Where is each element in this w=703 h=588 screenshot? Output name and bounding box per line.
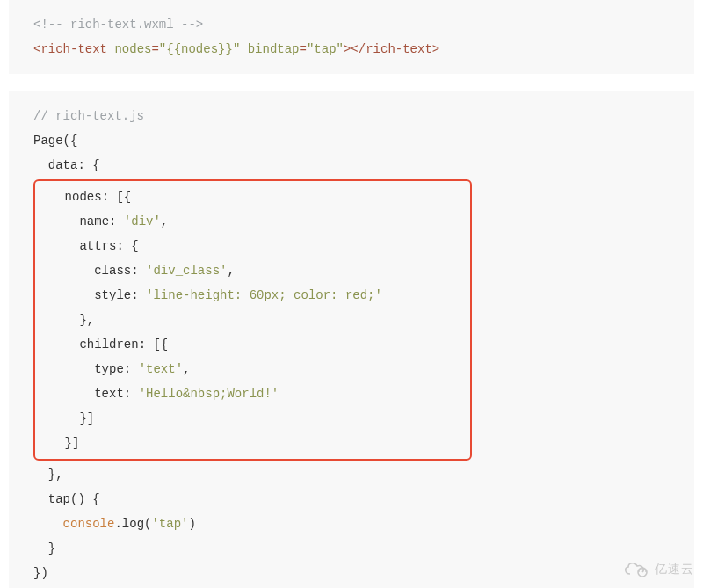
code-block-wxml: <!-- rich-text.wxml --> <rich-text nodes… bbox=[9, 0, 694, 74]
text-val: 'Hello&nbsp;World!' bbox=[139, 387, 279, 401]
attr-nodes-name: nodes bbox=[114, 42, 151, 56]
close-open: </ bbox=[351, 42, 366, 56]
page-fn: Page bbox=[33, 134, 63, 148]
style-val: 'line-height: 60px; color: red;' bbox=[146, 288, 382, 302]
watermark-text: 亿速云 bbox=[655, 556, 694, 581]
text-key: text bbox=[94, 387, 124, 401]
js-comment: // rich-text.js bbox=[33, 109, 144, 123]
attr-bindtap-name: bindtap bbox=[248, 42, 300, 56]
tap-fn: tap bbox=[33, 492, 70, 506]
block-gap bbox=[9, 74, 694, 91]
name-val: 'div' bbox=[124, 214, 161, 229]
name-key: name bbox=[79, 214, 109, 229]
class-key: class bbox=[94, 264, 131, 278]
console-obj: console bbox=[63, 517, 115, 531]
class-val: 'div_class' bbox=[146, 264, 227, 278]
code-block-js: // rich-text.js Page({ data: { nodes: [{… bbox=[9, 91, 694, 588]
close-gt: > bbox=[432, 42, 439, 56]
tap-str: 'tap' bbox=[151, 517, 188, 531]
data-key: data bbox=[33, 158, 77, 172]
attr-bindtap-value: "tap" bbox=[307, 42, 344, 56]
wxml-comment: <!-- rich-text.wxml --> bbox=[33, 18, 203, 32]
highlight-frame: nodes: [{ name: 'div', attrs: { class: '… bbox=[33, 179, 472, 461]
attrs-key: attrs bbox=[79, 239, 116, 253]
wxml-tag-line: <rich-text bbox=[33, 42, 107, 56]
type-val: 'text' bbox=[139, 362, 183, 376]
eq: = bbox=[151, 42, 158, 56]
nodes-key: nodes bbox=[65, 190, 102, 204]
children-key: children bbox=[79, 338, 138, 352]
eq2: = bbox=[300, 42, 307, 56]
type-key: type bbox=[94, 362, 124, 376]
page-root: <!-- rich-text.wxml --> <rich-text nodes… bbox=[0, 0, 703, 588]
attr-nodes-value: "{{nodes}}" bbox=[159, 42, 240, 56]
cloud-icon bbox=[621, 559, 651, 578]
close-name: rich-text bbox=[366, 42, 432, 56]
style-key: style bbox=[94, 288, 131, 302]
watermark: 亿速云 bbox=[621, 556, 694, 581]
